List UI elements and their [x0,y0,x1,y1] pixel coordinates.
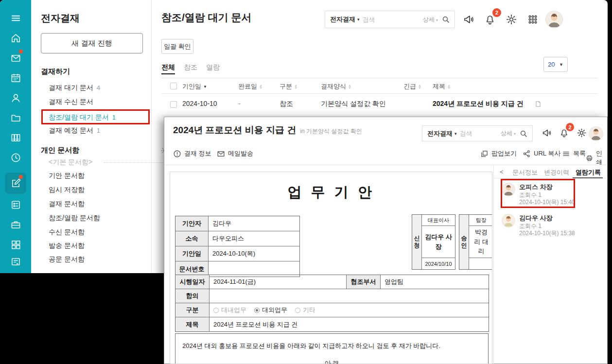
info-value: 김다우 [209,216,299,231]
print-button[interactable]: 인쇄 [586,149,607,167]
app-launcher-icon[interactable] [527,14,539,25]
col-urgent[interactable]: 긴급▲▼ [403,82,421,91]
sidebar-item-received-docs[interactable]: 결재 수신 문서 [49,98,93,106]
sort-icon: ▲▼ [418,84,421,89]
tab-doc-info[interactable]: 문서정보 [512,168,538,177]
search-icon[interactable] [520,130,527,138]
field-type-radios: 대내업무 대외업무 기타 [210,303,489,317]
menu-icon[interactable] [5,7,26,29]
folder-icon[interactable] [5,107,26,128]
approval-info-button[interactable]: 결재 정보 [173,149,211,158]
sidebar-item-cc-view-waiting-docs[interactable]: 참조/열람 대기 문서1 [49,113,116,122]
count-badge: 4 [97,84,100,91]
sidebar-item-waiting-docs[interactable]: 결재 대기 문서4 [49,84,100,92]
col-title[interactable]: 제목▲▼ [433,82,451,91]
back-to-list-button[interactable]: 목록 [562,149,586,158]
chevron-down-icon: ▾ [357,17,360,22]
document-form-subtitle: in 기본양식 설정값 확인 [300,128,362,135]
sidebar-item-scheduled-docs[interactable]: 결재 예정 문서1 [49,126,100,135]
row-form: 기본양식 설정값 확인 [321,100,386,108]
page-size-select[interactable]: 20▼ [543,57,568,72]
drafter-info-table: 기안자김다우 소속다우오피스 기안일2024-10-10(목) 문서번호 [175,216,300,277]
board-icon[interactable] [5,251,26,272]
search-icon[interactable] [442,16,450,23]
tab-change-history[interactable]: 변경이력 [544,168,569,177]
printer-icon [586,154,593,162]
radio-etc[interactable]: 기타 [295,306,315,314]
chevron-down-icon: ▾ [455,131,457,136]
stamp-role: 팀장 [469,215,492,226]
contacts-icon[interactable] [5,87,26,108]
row-complete-date: - [238,100,241,107]
announcement-icon[interactable] [542,128,552,138]
collapse-panel-chevron[interactable]: < [500,168,504,175]
copy-url-button[interactable]: URL 복사 [523,149,560,158]
search-scope-dropdown[interactable]: 전자결재 [422,129,455,138]
tab-cc[interactable]: 참조 [184,63,197,72]
archive-icon[interactable] [5,127,26,148]
approval-compose-icon[interactable] [5,173,26,194]
document-page-icon[interactable] [535,101,542,107]
col-form[interactable]: 결재양식▲▼ [321,82,351,91]
user-avatar[interactable] [545,11,563,28]
settings-gear-icon[interactable] [506,14,517,25]
document-body-box: 2024년 대외 홍보용 프로모션 비용을 아래와 같이 지급하고자 하오니 검… [175,333,489,364]
mail-alert-dot [19,50,23,53]
radio-external[interactable]: 대외업무 [254,306,287,314]
viewer-time: 2024-10-10(목) 15:40 [519,198,575,207]
clock-icon[interactable] [5,147,26,168]
settings-gear-icon[interactable] [577,128,587,138]
stamp-role: 대표이사 [422,215,455,226]
col-draft-date[interactable]: 기안일▼ [182,82,207,91]
mail-icon[interactable] [5,47,26,69]
document-title: 업 무 기 안 [170,183,492,202]
stamp-date: 2024/10/10 [422,258,455,269]
send-mail-button[interactable]: 메일발송 [217,149,253,158]
table-row[interactable]: 2024-10-10 - 참조 기본양식 설정값 확인 2024년 프로모션 비… [161,94,598,116]
sidebar-item-approved-box[interactable]: 결재 문서함 [49,200,85,208]
viewer-avatar [502,214,515,227]
search-input[interactable] [363,16,423,23]
sidebar-item-temp-box[interactable]: 임시 저장함 [49,186,85,194]
stamp-group-label: 승인 [459,215,469,269]
approval-alert-dot [19,175,23,179]
sidebar-item-cc-view-box[interactable]: 참조/열람 문서함 [49,214,100,223]
info-label: 소속 [175,231,209,246]
tab-view[interactable]: 열람 [206,63,220,72]
field-label: 제목 [175,317,210,331]
search-scope-dropdown[interactable]: 전자결재 [325,15,357,24]
user-avatar[interactable] [589,126,603,141]
sidebar-item-draft-box[interactable]: 기안 문서함 [49,172,85,180]
row-title-link[interactable]: 2024년 프로모션 비용 지급 건 [433,100,524,108]
radio-internal[interactable]: 대내업무 [213,306,246,314]
share-icon [523,150,531,158]
search-detail-dropdown[interactable]: 상세 ▾ [423,16,438,24]
field-value: 2024년 프로모션 비용 지급 건 [210,317,489,331]
announcement-icon[interactable] [463,14,474,25]
survey-icon[interactable] [5,194,26,215]
radio-selected-icon [254,308,260,313]
briefcase-icon[interactable] [5,214,26,235]
viewer-name: 김다우 사장 [519,214,553,223]
col-complete-date[interactable]: 완료일▲▼ [238,82,262,91]
sidebar-item-received-box[interactable]: 수신 문서함 [49,228,85,237]
search-input[interactable] [460,130,501,137]
popup-view-button[interactable]: 팝업보기 [480,149,517,158]
tab-view-log[interactable]: 열람기록 [576,168,601,177]
col-type[interactable]: 구분▲▼ [280,82,297,91]
select-all-checkbox[interactable] [170,83,177,89]
home-icon[interactable] [5,27,26,49]
row-draft-date: 2024-10-10 [182,100,217,107]
count-badge: 1 [112,114,116,121]
sidebar-item-official-box[interactable]: 공문 문서함 [49,255,85,264]
sidebar-item-sent-box[interactable]: 발송 문서함 [49,242,85,250]
calendar-icon[interactable] [5,67,26,88]
search-detail-dropdown[interactable]: 상세 ▾ [501,129,516,138]
new-approval-button[interactable]: 새 결재 진행 [41,33,143,53]
bulk-confirm-button[interactable]: 일괄 확인 [161,39,193,54]
tab-all[interactable]: 전체 [161,63,175,72]
document-body-text: 2024년 대외 홍보용 프로모션 비용을 아래와 같이 지급하고자 하오니 검… [182,342,440,350]
row-checkbox[interactable] [170,101,177,108]
approval-stamp-request: 신청 대표이사 김다우 사장 2024/10/10 [412,214,455,270]
panel-tab-underline [573,177,603,178]
